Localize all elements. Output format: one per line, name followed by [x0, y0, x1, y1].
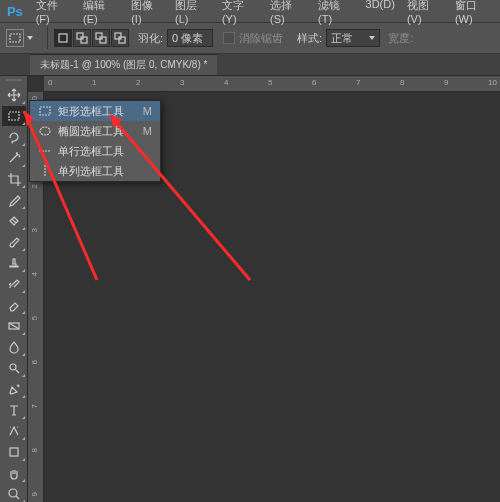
tools-list: [0, 85, 27, 502]
menu-items: 文件(F)编辑(E)图像(I)图层(L)文字(Y)选择(S)滤镜(T)3D(D)…: [30, 0, 500, 25]
menu-item[interactable]: 选择(S): [264, 0, 312, 25]
svg-point-14: [40, 127, 50, 135]
flyout-icon: [36, 164, 54, 178]
flyout-shortcut: M: [138, 125, 152, 137]
svg-point-10: [10, 364, 16, 370]
svg-point-12: [9, 489, 17, 497]
options-bar: 羽化: 消除锯齿 样式: 正常 宽度:: [0, 22, 500, 54]
selection-new-button[interactable]: [54, 29, 72, 47]
svg-rect-5: [100, 37, 106, 43]
svg-rect-13: [40, 107, 50, 115]
tool-gradient[interactable]: [2, 316, 26, 336]
flyout-item[interactable]: 单列选框工具: [30, 161, 160, 181]
tool-pen[interactable]: [2, 379, 26, 399]
flyout-icon: [36, 144, 54, 158]
tool-shape[interactable]: [2, 442, 26, 462]
tool-eyedropper[interactable]: [2, 190, 26, 210]
menu-item[interactable]: 编辑(E): [77, 0, 125, 25]
tool-wand[interactable]: [2, 148, 26, 168]
selection-subtract-button[interactable]: [92, 29, 110, 47]
svg-rect-1: [59, 34, 67, 42]
selection-add-button[interactable]: [73, 29, 91, 47]
selection-intersect-button[interactable]: [111, 29, 129, 47]
tool-lasso[interactable]: [2, 127, 26, 147]
panel-handle[interactable]: [0, 76, 27, 84]
feather-input[interactable]: [167, 29, 213, 47]
tools-panel: [0, 76, 28, 502]
menu-item[interactable]: 窗口(W): [449, 0, 500, 25]
ruler-horizontal: 012345678910: [44, 76, 500, 92]
antialias-checkbox: [223, 32, 235, 44]
chevron-down-icon[interactable]: [27, 36, 33, 40]
svg-rect-8: [9, 112, 19, 120]
menu-item[interactable]: 滤镜(T): [312, 0, 359, 25]
flyout-icon: [36, 104, 54, 118]
style-label: 样式:: [297, 31, 322, 46]
menu-item[interactable]: 文件(F): [30, 0, 77, 25]
current-tool-icon[interactable]: [6, 29, 24, 47]
menu-item[interactable]: 文字(Y): [216, 0, 264, 25]
feather-label: 羽化:: [138, 31, 163, 46]
tool-eraser[interactable]: [2, 295, 26, 315]
svg-rect-4: [96, 33, 102, 39]
menu-item[interactable]: 视图(V): [401, 0, 449, 25]
tool-move[interactable]: [2, 85, 26, 105]
tool-crop[interactable]: [2, 169, 26, 189]
tool-brush[interactable]: [2, 232, 26, 252]
flyout-shortcut: M: [138, 105, 152, 117]
marquee-flyout[interactable]: 矩形选框工具M椭圆选框工具M单行选框工具单列选框工具: [29, 100, 161, 182]
menu-item[interactable]: 3D(D): [360, 0, 401, 25]
flyout-item[interactable]: 单行选框工具: [30, 141, 160, 161]
menu-item[interactable]: 图层(L): [169, 0, 216, 25]
svg-rect-7: [119, 37, 125, 43]
tool-marquee[interactable]: [2, 106, 26, 126]
style-select[interactable]: 正常: [326, 29, 380, 47]
flyout-label: 椭圆选框工具: [58, 124, 138, 139]
document-tab[interactable]: 未标题-1 @ 100% (图层 0, CMYK/8) *: [30, 54, 217, 75]
svg-rect-2: [77, 33, 83, 39]
antialias-label: 消除锯齿: [239, 31, 283, 46]
tool-history[interactable]: [2, 274, 26, 294]
menu-item[interactable]: 图像(I): [125, 0, 169, 25]
width-label: 宽度:: [388, 31, 413, 46]
tool-hand[interactable]: [2, 463, 26, 483]
menubar: Ps 文件(F)编辑(E)图像(I)图层(L)文字(Y)选择(S)滤镜(T)3D…: [0, 0, 500, 22]
flyout-label: 矩形选框工具: [58, 104, 138, 119]
tab-bar: 未标题-1 @ 100% (图层 0, CMYK/8) *: [0, 54, 500, 76]
tool-blur[interactable]: [2, 337, 26, 357]
tool-healing[interactable]: [2, 211, 26, 231]
flyout-icon: [36, 124, 54, 138]
separator: [47, 27, 48, 49]
tab-title: 未标题-1 @ 100% (图层 0, CMYK/8) *: [40, 59, 207, 70]
tool-type[interactable]: [2, 400, 26, 420]
app-logo: Ps: [0, 0, 30, 22]
tool-dodge[interactable]: [2, 358, 26, 378]
svg-rect-6: [115, 33, 121, 39]
tool-path[interactable]: [2, 421, 26, 441]
flyout-item[interactable]: 椭圆选框工具M: [30, 121, 160, 141]
svg-rect-3: [81, 37, 87, 43]
flyout-item[interactable]: 矩形选框工具M: [30, 101, 160, 121]
tool-stamp[interactable]: [2, 253, 26, 273]
svg-rect-11: [10, 448, 18, 456]
logo-text: Ps: [7, 4, 23, 19]
tool-zoom[interactable]: [2, 484, 26, 502]
flyout-label: 单行选框工具: [58, 144, 138, 159]
style-value: 正常: [331, 31, 353, 46]
flyout-label: 单列选框工具: [58, 164, 138, 179]
svg-rect-0: [10, 34, 20, 42]
